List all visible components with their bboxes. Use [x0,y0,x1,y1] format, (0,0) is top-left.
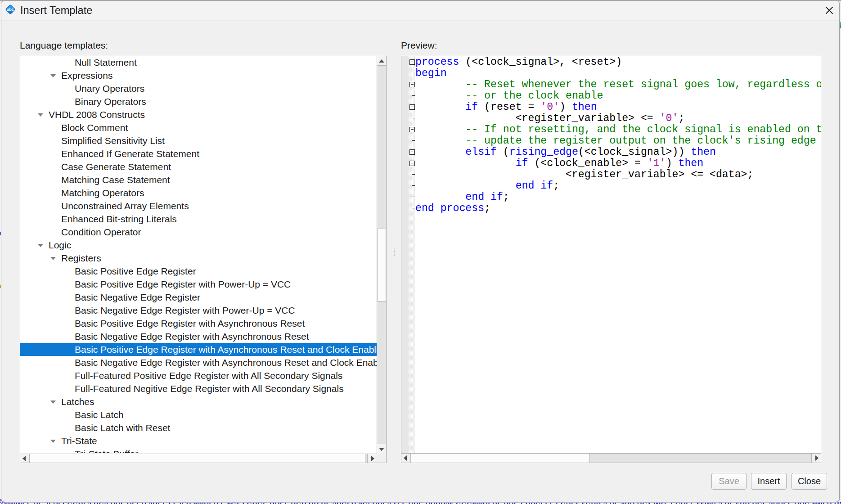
svg-text:abc: abc [7,7,14,12]
